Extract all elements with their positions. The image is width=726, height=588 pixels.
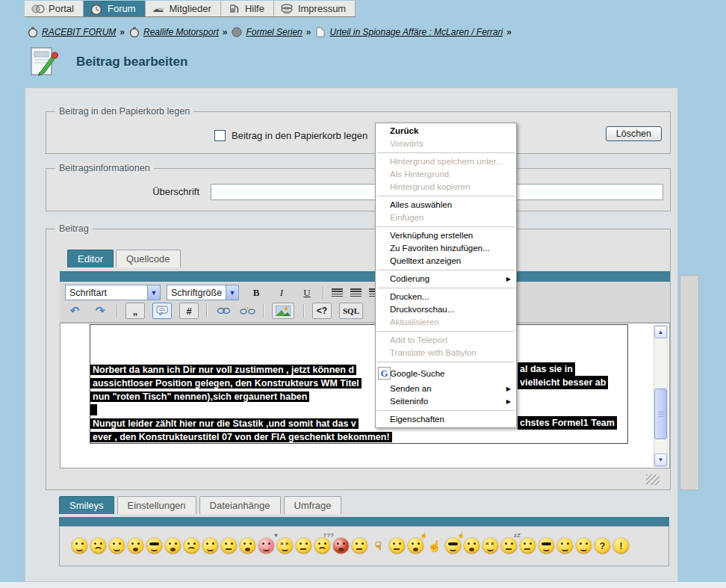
smiley-thumb-up[interactable]: ☝ <box>426 538 442 554</box>
smiley-wink2[interactable] <box>557 538 573 554</box>
delete-button[interactable]: Löschen <box>606 126 662 141</box>
tab-smileys[interactable]: Smileys <box>59 496 114 514</box>
smiley-sleeping[interactable]: zZ <box>501 538 517 554</box>
menu-separator <box>377 288 515 288</box>
bold-button[interactable]: B <box>246 285 266 301</box>
smiley-exclamation[interactable]: ! <box>613 538 629 554</box>
smiley-tongue[interactable] <box>128 538 143 554</box>
smiley-dizzy[interactable] <box>483 538 498 554</box>
tab-quellcode[interactable]: Quellcode <box>116 250 181 267</box>
quote-button[interactable]: „ <box>125 303 145 319</box>
scroll-down-icon[interactable]: ▼ <box>654 454 667 466</box>
smiley-annoyed[interactable] <box>389 538 405 554</box>
align-center-icon[interactable] <box>350 288 362 297</box>
italic-button[interactable]: I <box>272 285 291 301</box>
smiley-wink[interactable] <box>109 538 125 554</box>
smiley-mad[interactable] <box>277 538 293 554</box>
scroll-up-icon[interactable]: ▲ <box>654 326 667 338</box>
menu-item-label: Einfügen <box>390 213 424 222</box>
page-scrollbar-track[interactable] <box>680 275 699 490</box>
nav-tab-mitglieder[interactable]: Mitglieder <box>146 1 221 16</box>
font-family-select[interactable]: Schriftart ▼ <box>65 285 161 300</box>
sql-code-button[interactable]: SQL <box>339 303 363 319</box>
tab-dateianhaenge[interactable]: Dateianhänge <box>199 496 281 514</box>
align-left-icon[interactable] <box>332 288 343 297</box>
redo-button[interactable]: ↷ <box>90 303 111 319</box>
breadcrumb-link-formel-serien[interactable]: Formel Serien <box>246 27 302 37</box>
menu-item-label: Translate with Babylon <box>390 348 477 357</box>
menu-item-label: Senden an <box>390 384 432 393</box>
menu-item-zu-favoriten[interactable]: Zu Favoriten hinzufügen... <box>376 242 516 255</box>
nav-tab-label: Mitglieder <box>170 3 211 14</box>
nav-tab-impressum[interactable]: Impressum <box>274 1 356 16</box>
nav-tab-forum[interactable]: Forum <box>84 1 146 16</box>
smiley-neutral[interactable] <box>352 538 367 554</box>
menu-item-druckvorschau[interactable]: Druckvorschau... <box>376 303 516 316</box>
image-button[interactable] <box>272 303 294 319</box>
smiley-angry[interactable] <box>333 538 349 554</box>
tab-umfrage[interactable]: Umfrage <box>284 496 342 514</box>
speech-balloon-button[interactable] <box>152 303 172 319</box>
menu-item-codierung[interactable]: Codierung▶ <box>376 273 516 285</box>
menu-item-seiteninfo[interactable]: Seiteninfo▶ <box>376 395 516 408</box>
undo-button[interactable]: ↶ <box>64 303 85 319</box>
smiley-thumbs-up-grin[interactable]: ☝ <box>408 538 424 554</box>
tab-editor[interactable]: Editor <box>67 250 114 267</box>
bullet-circle-icon <box>231 27 242 37</box>
smiley-laugh[interactable] <box>464 538 480 554</box>
smiley-rolleyes[interactable] <box>520 538 536 554</box>
menu-item-alles-auswaehlen[interactable]: Alles auswählen <box>376 199 516 211</box>
smiley-question[interactable]: ? <box>595 538 610 554</box>
php-code-button[interactable]: <? <box>312 303 332 319</box>
font-size-select[interactable]: Schriftgröße ▼ <box>167 285 239 300</box>
toolbar-separator <box>303 304 304 318</box>
post-info-section: Beitragsinformationen Überschrift <box>46 168 671 211</box>
smiley-glasses[interactable] <box>539 538 554 554</box>
smiley-smirk[interactable] <box>221 538 237 554</box>
menu-item-senden-an[interactable]: Senden an▶ <box>376 383 516 395</box>
menu-separator <box>377 331 515 332</box>
underline-button[interactable]: U <box>297 285 317 301</box>
menu-item-drucken[interactable]: Drucken... <box>376 291 516 303</box>
trash-checkbox-label: Beitrag in den Papierkorb legen <box>232 130 367 141</box>
hash-button[interactable]: # <box>179 303 199 319</box>
smiley-sad[interactable] <box>90 538 106 554</box>
editor-content[interactable]: Norbert da kann ich Dir nur voll zustimm… <box>90 324 628 444</box>
trash-checkbox[interactable] <box>214 130 226 141</box>
breadcrumb-link-racebit-forum[interactable]: RACEBIT FORUM <box>42 27 116 37</box>
nav-tab-hilfe[interactable]: Hilfe <box>221 1 274 16</box>
main-panel: Beitrag in den Papierkorb legen Beitrag … <box>25 87 678 582</box>
editor-tab-bar <box>60 270 670 282</box>
menu-item-quelltext-anzeigen[interactable]: Quelltext anzeigen <box>376 255 516 267</box>
smiley-happy[interactable] <box>576 538 592 554</box>
unlink-icon[interactable] <box>238 303 258 319</box>
editor-line: nun "roten Tisch" nennen),sich ergaunert… <box>90 389 627 403</box>
smiley-blush-hearts[interactable]: ♥ <box>258 538 274 554</box>
editor-line: aussichtloser Position gelegen, den Kons… <box>90 376 627 389</box>
smiley-confused[interactable]: ??? <box>314 538 330 554</box>
smiley-rolleyes-grin[interactable] <box>202 538 218 554</box>
breadcrumb-link-reallife-motorsport[interactable]: Reallife Motorsport <box>143 27 219 37</box>
smiley-thumbs-down[interactable]: ☟ <box>370 538 386 554</box>
smiley-smile[interactable] <box>72 538 87 554</box>
menu-item-label: Hintergrund speichern unter... <box>390 157 503 166</box>
link-icon[interactable] <box>214 303 235 319</box>
menu-item-zurueck[interactable]: Zurück <box>376 125 516 137</box>
nav-tab-portal[interactable]: Portal <box>25 1 84 16</box>
menu-item-verknuepfung-erstellen[interactable]: Verknüpfung erstellen <box>376 229 516 242</box>
editor-scrollbar[interactable]: ▲ ▼ <box>654 325 668 467</box>
smiley-eek[interactable] <box>240 538 255 554</box>
tab-einstellungen[interactable]: Einstellungen <box>117 496 196 514</box>
breadcrumb-link-thread[interactable]: Urteil in Spionage Affäre : McLaren / Fe… <box>329 27 503 37</box>
stopwatch-icon <box>27 27 38 37</box>
resize-grip-icon[interactable] <box>646 474 660 485</box>
smiley-cool[interactable] <box>146 538 162 554</box>
menu-item-google-suche[interactable]: GGoogle-Suche <box>376 365 516 383</box>
smiley-cry[interactable] <box>184 538 199 554</box>
scrollbar-thumb[interactable] <box>654 389 667 439</box>
breadcrumb-separator: » <box>120 27 125 37</box>
smiley-cool-thumb[interactable]: ☝ <box>445 538 461 554</box>
smiley-whistle[interactable] <box>296 538 311 554</box>
smiley-grin[interactable] <box>165 538 181 554</box>
menu-item-eigenschaften[interactable]: Eigenschaften <box>376 413 516 426</box>
